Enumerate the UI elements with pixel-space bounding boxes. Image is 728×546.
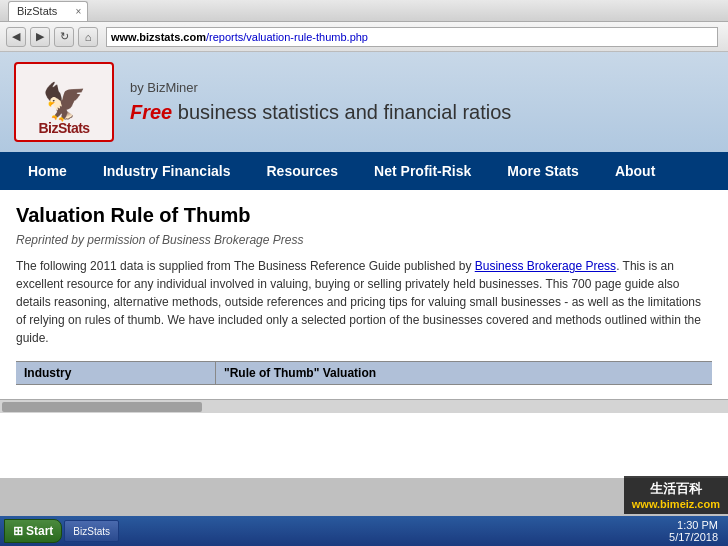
nav-item-more-stats[interactable]: More Stats — [489, 152, 597, 190]
nav-bar: Home Industry Financials Resources Net P… — [0, 152, 728, 190]
address-bar[interactable]: www.bizstats.com/reports/valuation-rule-… — [106, 27, 718, 47]
windows-icon: ⊞ — [13, 524, 23, 538]
nav-item-industry-financials[interactable]: Industry Financials — [85, 152, 249, 190]
site-header: 🦅 BizStats by BizMiner Free business sta… — [0, 52, 728, 152]
watermark-line2: www.bimeiz.com — [632, 498, 720, 510]
clock-time: 1:30 PM — [669, 519, 718, 531]
horizontal-scrollbar[interactable] — [0, 399, 728, 413]
browser-tab[interactable]: BizStats × — [8, 1, 88, 21]
windows-taskbar: ⊞ Start BizStats 1:30 PM 5/17/2018 — [0, 516, 728, 546]
site-tagline: Free business statistics and financial r… — [130, 101, 511, 124]
nav-item-home[interactable]: Home — [10, 152, 85, 190]
reprint-note: Reprinted by permission of Business Brok… — [16, 233, 712, 247]
scrollbar-thumb[interactable] — [2, 402, 202, 412]
logo-text: BizStats — [38, 120, 89, 136]
credit-text: by BizMiner — [130, 80, 511, 95]
logo-icon: 🦅 — [42, 84, 87, 120]
browser-controls: ◀ ▶ ↻ ⌂ www.bizstats.com/reports/valuati… — [0, 22, 728, 52]
tagline-rest: business statistics and financial ratios — [172, 101, 511, 123]
browser-titlebar: BizStats × — [0, 0, 728, 22]
tab-title: BizStats — [17, 5, 57, 17]
tab-close-button[interactable]: × — [76, 6, 82, 17]
nav-item-net-profit-risk[interactable]: Net Profit-Risk — [356, 152, 489, 190]
taskbar-clock: 1:30 PM 5/17/2018 — [663, 519, 724, 543]
back-button[interactable]: ◀ — [6, 27, 26, 47]
table-header: Industry "Rule of Thumb" Valuation — [16, 361, 712, 385]
address-text: www.bizstats.com/reports/valuation-rule-… — [111, 31, 368, 43]
table-col-valuation: "Rule of Thumb" Valuation — [216, 362, 712, 384]
watermark-line1: 生活百科 — [632, 480, 720, 498]
site-logo[interactable]: 🦅 BizStats — [14, 62, 114, 142]
browser-window: BizStats × ◀ ▶ ↻ ⌂ www.bizstats.com/repo… — [0, 0, 728, 546]
nav-item-about[interactable]: About — [597, 152, 673, 190]
main-content: Valuation Rule of Thumb Reprinted by per… — [0, 190, 728, 399]
address-domain: www.bizstats.com — [111, 31, 206, 43]
forward-button[interactable]: ▶ — [30, 27, 50, 47]
nav-item-resources[interactable]: Resources — [249, 152, 357, 190]
address-path: /reports/valuation-rule-thumb.php — [206, 31, 368, 43]
table-col-industry: Industry — [16, 362, 216, 384]
start-button[interactable]: ⊞ Start — [4, 519, 62, 543]
taskbar-item-bizstats[interactable]: BizStats — [64, 520, 119, 542]
description-link[interactable]: Business Brokerage Press — [475, 259, 616, 273]
home-button[interactable]: ⌂ — [78, 27, 98, 47]
clock-date: 5/17/2018 — [669, 531, 718, 543]
page-title: Valuation Rule of Thumb — [16, 204, 712, 227]
watermark: 生活百科 www.bimeiz.com — [624, 476, 728, 514]
taskbar-items: BizStats — [64, 520, 661, 542]
header-right: by BizMiner Free business statistics and… — [130, 80, 511, 124]
description-text: The following 2011 data is supplied from… — [16, 257, 712, 347]
tagline-em: Free — [130, 101, 172, 123]
start-label: Start — [26, 524, 53, 538]
website-content: 🦅 BizStats by BizMiner Free business sta… — [0, 52, 728, 478]
refresh-button[interactable]: ↻ — [54, 27, 74, 47]
